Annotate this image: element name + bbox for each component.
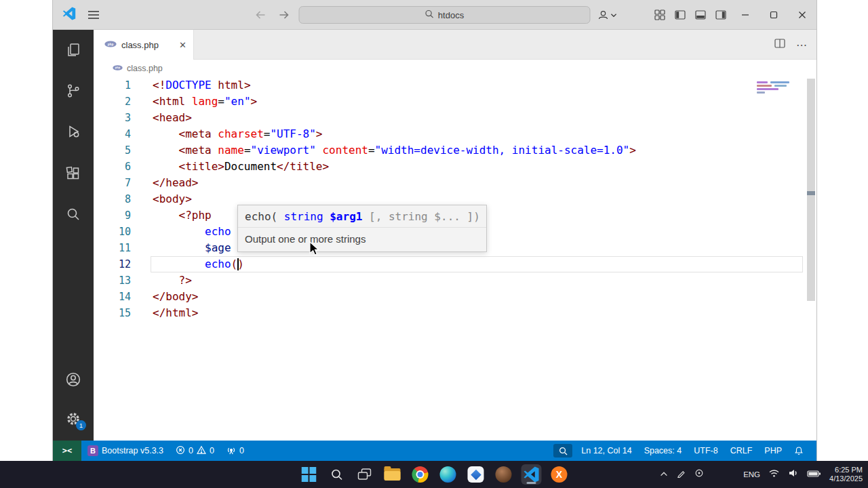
editor-more-actions-icon[interactable]: ⋯ [796,39,807,52]
line-number[interactable]: 13 [94,272,131,289]
maximize-button[interactable] [760,0,788,30]
forward-button[interactable] [276,7,292,23]
code-line[interactable]: 2<html lang="en"> [94,94,816,110]
svg-text:php: php [115,66,121,70]
line-number[interactable]: 8 [94,191,131,207]
line-number[interactable]: 11 [94,240,131,256]
encoding[interactable]: UTF-8 [688,441,724,461]
file-explorer-icon[interactable] [382,464,403,485]
code-line[interactable]: 6 <title>Document</title> [94,159,816,175]
accounts-button[interactable] [597,9,617,21]
ports-status-item[interactable]: 0 [220,441,250,461]
settings-gear-icon[interactable]: 1 [65,411,81,427]
volume-icon[interactable] [788,468,799,481]
code-line[interactable]: 4 <meta charset="UTF-8"> [94,126,816,142]
extensions-icon[interactable] [65,165,81,182]
toggle-secondary-sidebar-icon[interactable] [711,5,731,25]
app-icon-brown[interactable] [494,464,514,485]
pen-tray-icon[interactable] [677,468,686,481]
source-control-icon[interactable] [65,83,81,99]
eol-sequence[interactable]: CRLF [724,441,759,461]
code-line[interactable]: 5 <meta name="viewport" content="width=d… [94,142,816,159]
activity-bar: 1 [53,30,94,441]
breadcrumb[interactable]: php class.php [94,60,816,77]
bootstrap-status-item[interactable]: B Bootstrap v5.3.3 [81,441,170,461]
tooltip-description: Output one or more strings [238,227,486,251]
task-view-icon[interactable] [355,464,375,485]
code-line[interactable]: 1<!DOCTYPE html> [94,77,816,94]
start-button[interactable] [299,464,319,485]
php-icon: php [104,40,117,50]
chrome-icon[interactable] [410,464,431,485]
wifi-icon[interactable] [768,468,780,481]
status-bar: >< B Bootstrap v5.3.3 0 [53,441,816,461]
line-number[interactable]: 3 [94,110,131,126]
close-button[interactable] [788,0,816,30]
line-number[interactable]: 2 [94,94,131,110]
breadcrumb-file[interactable]: class.php [127,64,163,73]
xampp-icon[interactable]: X [549,464,570,485]
line-number[interactable]: 9 [94,207,131,224]
editor-layout-icon[interactable] [650,5,670,25]
tab-class-php[interactable]: php class.php ✕ [94,30,194,60]
tab-close-icon[interactable]: ✕ [179,41,186,49]
vertical-scrollbar[interactable] [807,79,815,301]
notifications-bell-icon[interactable] [788,441,810,461]
line-number[interactable]: 5 [94,142,131,159]
ports-count: 0 [239,446,244,455]
tray-status-icon[interactable] [694,468,704,481]
line-text: </html> [131,305,198,321]
hidden-icons-chevron-icon[interactable] [659,468,669,481]
command-center-search[interactable]: htdocs [299,6,591,24]
edge-icon[interactable] [438,464,458,485]
code-line[interactable]: 15</html> [94,305,816,321]
code-lines: 1<!DOCTYPE html>2<html lang="en">3<head>… [94,77,816,321]
account-icon[interactable] [65,371,81,388]
line-number[interactable]: 12 [94,256,131,272]
minimize-button[interactable] [731,0,760,30]
search-sidebar-icon[interactable] [65,206,81,222]
run-debug-icon[interactable] [65,123,81,140]
zoom-status-item[interactable] [553,444,572,458]
code-line[interactable]: 3<head> [94,110,816,126]
toggle-panel-icon[interactable] [690,5,711,25]
line-number[interactable]: 4 [94,126,131,142]
code-editor[interactable]: 1<!DOCTYPE html>2<html lang="en">3<head>… [94,77,816,441]
language-mode[interactable]: PHP [758,441,788,461]
vscode-taskbar-icon[interactable] [521,464,542,485]
search-value: htdocs [438,10,464,20]
code-line[interactable]: 13 ?> [94,272,816,289]
code-line[interactable]: 12 echo() [94,256,816,272]
line-text: <?php [131,207,212,224]
code-line[interactable]: 7</head> [94,175,816,191]
line-number[interactable]: 10 [94,224,131,240]
parameter-hint-tooltip: echo( string $arg1 [, string $... ]) Out… [237,205,487,252]
line-text: echo [131,224,231,240]
line-number[interactable]: 1 [94,77,131,94]
minimap[interactable] [757,79,804,106]
code-line[interactable]: 14</body> [94,289,816,305]
system-tray: ENG 6:25 PM [659,461,863,488]
photos-app-icon[interactable] [466,464,486,485]
line-number[interactable]: 14 [94,289,131,305]
line-number[interactable]: 7 [94,175,131,191]
tab-label: class.php [121,40,159,50]
cursor-position[interactable]: Ln 12, Col 14 [575,441,637,461]
split-editor-icon[interactable] [774,38,785,52]
battery-icon[interactable] [807,468,821,481]
remote-indicator[interactable]: >< [53,441,81,461]
vscode-logo-icon [62,7,76,23]
warning-icon [197,445,206,457]
titlebar: htdocs [53,0,816,30]
taskbar-search-icon[interactable] [327,464,347,485]
clock[interactable]: 6:25 PM 4/13/2025 [829,466,863,483]
indentation[interactable]: Spaces: 4 [638,441,688,461]
explorer-icon[interactable] [65,42,81,58]
line-number[interactable]: 6 [94,159,131,175]
back-button[interactable] [253,7,269,23]
line-number[interactable]: 15 [94,305,131,321]
toggle-sidebar-icon[interactable] [670,5,690,25]
menu-hamburger-icon[interactable] [85,7,102,23]
problems-status-item[interactable]: 0 0 [170,441,220,461]
input-language[interactable]: ENG [743,470,760,479]
